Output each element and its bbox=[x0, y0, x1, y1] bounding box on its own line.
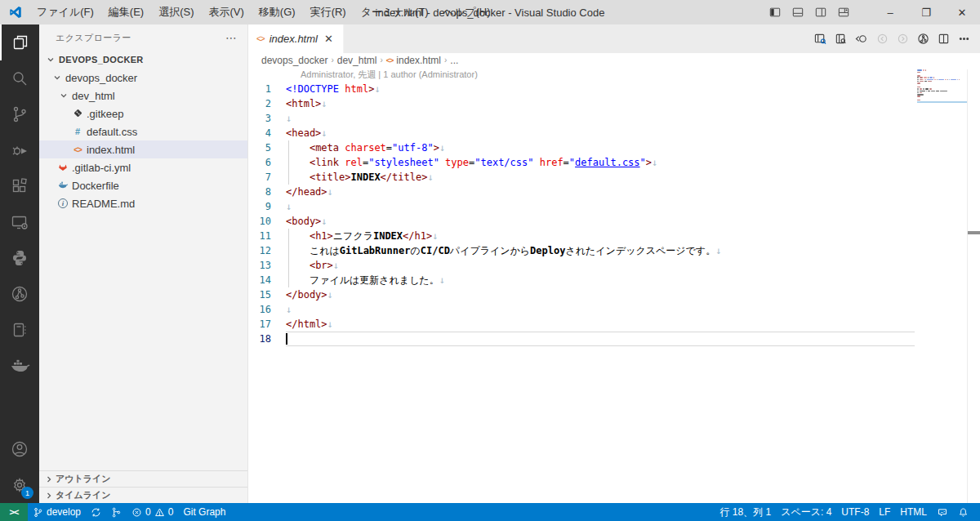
cursor-position[interactable]: 行 18、列 1 bbox=[715, 503, 776, 521]
git-graph-label[interactable]: Git Graph bbox=[178, 503, 230, 521]
split-editor-icon[interactable] bbox=[938, 33, 950, 45]
tree-item--gitkeep[interactable]: .gitkeep bbox=[39, 105, 247, 122]
line-number: 10 bbox=[248, 214, 286, 229]
git-graph-button[interactable] bbox=[106, 503, 127, 521]
explorer-more-actions-icon[interactable]: ⋯ bbox=[225, 31, 238, 44]
activitybar-settings-gear-icon[interactable]: 1 bbox=[0, 467, 39, 503]
problems-indicator[interactable]: 0 0 bbox=[127, 503, 178, 521]
tree-item-index-html[interactable]: <>index.html bbox=[39, 140, 247, 158]
activitybar-account-icon[interactable] bbox=[0, 431, 39, 467]
tree-item-default-css[interactable]: #default.css bbox=[39, 122, 247, 140]
activitybar-extensions-icon[interactable] bbox=[0, 168, 39, 204]
code-line-10[interactable]: 10<body>↓ bbox=[248, 214, 915, 229]
tree-item-label: .gitkeep bbox=[87, 108, 124, 120]
code-line-3[interactable]: 3↓ bbox=[248, 111, 915, 126]
overview-ruler[interactable] bbox=[968, 67, 980, 503]
html-file-icon: <> bbox=[386, 56, 394, 65]
activitybar-docker-icon[interactable] bbox=[0, 348, 39, 384]
code-line-15[interactable]: 15</body>↓ bbox=[248, 287, 915, 302]
code-line-18[interactable]: 18 bbox=[248, 332, 915, 346]
chevron-down-icon bbox=[44, 56, 57, 64]
code-line-12[interactable]: 12 これはGitLabRunnerのCI/CDパイプラインからDeployされ… bbox=[248, 243, 915, 258]
tab-close-icon[interactable]: ✕ bbox=[323, 33, 335, 45]
notifications-button[interactable] bbox=[953, 503, 973, 521]
menu-item-3[interactable]: 表示(V) bbox=[202, 0, 252, 24]
menu-item-0[interactable]: ファイル(F) bbox=[29, 0, 101, 24]
code-line-16[interactable]: 16↓ bbox=[248, 302, 915, 317]
breadcrumb-item[interactable]: dev_html bbox=[337, 55, 377, 66]
activitybar-git-graph-icon[interactable] bbox=[0, 276, 39, 312]
code-line-8[interactable]: 8</head>↓ bbox=[248, 185, 915, 199]
chevron-right-icon bbox=[42, 492, 56, 500]
language-mode[interactable]: HTML bbox=[895, 503, 932, 521]
tree-item-label: DEVOPS_DOCKER bbox=[59, 55, 144, 65]
tree-item-dockerfile[interactable]: Dockerfile bbox=[39, 176, 247, 194]
customize-layout-icon[interactable] bbox=[838, 7, 849, 18]
search-editor-icon[interactable] bbox=[835, 33, 847, 45]
code-line-11[interactable]: 11 <h1>ニフクラINDEX</h1>↓ bbox=[248, 229, 915, 243]
breadcrumb-item[interactable]: index.html bbox=[396, 55, 441, 66]
menu-item-1[interactable]: 編集(E) bbox=[101, 0, 151, 24]
code-line-4[interactable]: 4<head>↓ bbox=[248, 126, 915, 140]
toggle-panel-icon[interactable] bbox=[792, 7, 804, 18]
code-line-7[interactable]: 7 <title>INDEX</title>↓ bbox=[248, 170, 915, 185]
sidebar-section-0[interactable]: アウトライン bbox=[39, 470, 247, 487]
line-content bbox=[286, 332, 915, 346]
tree-item--gitlab-ci-yml[interactable]: .gitlab-ci.yml bbox=[39, 158, 247, 176]
activitybar-remote-explorer-icon[interactable] bbox=[0, 204, 39, 240]
feedback-button[interactable] bbox=[932, 503, 953, 521]
file-history-icon[interactable] bbox=[855, 33, 868, 45]
code-line-17[interactable]: 17</html>↓ bbox=[248, 317, 915, 332]
tree-item-readme-md[interactable]: iREADME.md bbox=[39, 194, 247, 212]
activitybar-source-control-icon[interactable] bbox=[0, 96, 39, 132]
line-number: 5 bbox=[248, 140, 286, 155]
menu-item-5[interactable]: 実行(R) bbox=[303, 0, 354, 24]
tab-index-html[interactable]: <> index.html ✕ bbox=[248, 24, 344, 53]
code-line-13[interactable]: 13 <br>↓ bbox=[248, 258, 915, 273]
tree-item-dev-html[interactable]: dev_html bbox=[39, 87, 247, 105]
activitybar-search-icon[interactable] bbox=[0, 60, 39, 96]
menu-item-7[interactable]: ヘルプ(H) bbox=[436, 0, 498, 24]
indentation-indicator[interactable]: スペース: 4 bbox=[776, 503, 836, 521]
close-button[interactable]: ✕ bbox=[944, 0, 980, 24]
code-line-9[interactable]: 9↓ bbox=[248, 199, 915, 214]
restore-button[interactable]: ❐ bbox=[908, 0, 944, 24]
breadcrumb-item[interactable]: ... bbox=[450, 55, 458, 66]
line-content: <head>↓ bbox=[286, 126, 915, 140]
error-count: 0 bbox=[145, 506, 151, 518]
encoding-indicator[interactable]: UTF-8 bbox=[836, 503, 874, 521]
breadcrumb-item[interactable]: devops_docker bbox=[261, 55, 327, 66]
branch-name: develop bbox=[47, 506, 81, 518]
activitybar-run-debug-icon[interactable] bbox=[0, 132, 39, 168]
menu-item-2[interactable]: 選択(S) bbox=[151, 0, 201, 24]
menu-item-6[interactable]: ターミナル(T) bbox=[354, 0, 436, 24]
explorer-sidebar: エクスプローラー ⋯ DEVOPS_DOCKERdevops_dockerdev… bbox=[39, 24, 248, 503]
status-bar: >< develop 0 0 Git Graph 行 18、列 1 スペース: … bbox=[0, 503, 980, 521]
code-line-6[interactable]: 6 <link rel="stylesheet" type="text/css"… bbox=[248, 155, 915, 170]
code-line-14[interactable]: 14 ファイルは更新されました。↓ bbox=[248, 273, 915, 287]
more-actions-icon[interactable] bbox=[958, 33, 970, 45]
tree-item-devops-docker[interactable]: DEVOPS_DOCKER bbox=[39, 51, 247, 69]
code-area[interactable]: Administrator, 先週 | 1 author (Administra… bbox=[248, 67, 980, 503]
eol-indicator[interactable]: LF bbox=[874, 503, 895, 521]
toggle-secondary-sidebar-icon[interactable] bbox=[815, 7, 826, 18]
activitybar-files-icon[interactable] bbox=[0, 24, 39, 60]
branch-indicator[interactable]: develop bbox=[28, 503, 86, 521]
menu-item-4[interactable]: 移動(G) bbox=[252, 0, 303, 24]
activitybar-python-icon[interactable] bbox=[0, 240, 39, 276]
minimize-button[interactable]: – bbox=[872, 0, 908, 24]
tree-item-devops-docker[interactable]: devops_docker bbox=[39, 69, 247, 87]
sidebar-sections: アウトラインタイムライン bbox=[39, 470, 247, 503]
html-file-icon: <> bbox=[256, 34, 265, 43]
code-line-2[interactable]: 2<html>↓ bbox=[248, 96, 915, 111]
minimap[interactable] bbox=[917, 69, 968, 503]
git-graph-view-icon[interactable] bbox=[917, 33, 929, 45]
remote-indicator[interactable]: >< bbox=[0, 503, 28, 521]
open-preview-icon[interactable] bbox=[814, 33, 826, 45]
sync-button[interactable] bbox=[86, 503, 106, 521]
activitybar-notebook-icon[interactable] bbox=[0, 312, 39, 348]
code-line-5[interactable]: 5 <meta charset="utf-8">↓ bbox=[248, 140, 915, 155]
code-line-1[interactable]: 1<!DOCTYPE html>↓ bbox=[248, 82, 915, 96]
toggle-sidebar-icon[interactable] bbox=[769, 7, 781, 18]
sidebar-section-1[interactable]: タイムライン bbox=[39, 487, 247, 503]
